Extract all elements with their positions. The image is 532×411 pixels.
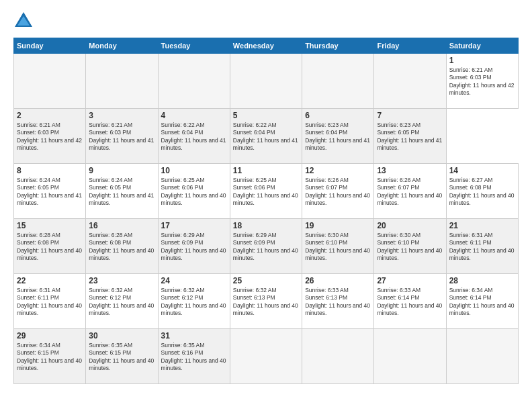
calendar-day-cell: 5Sunrise: 6:22 AMSunset: 6:04 PMDaylight… — [230, 109, 302, 164]
calendar-day-cell: 16Sunrise: 6:28 AMSunset: 6:08 PMDayligh… — [86, 219, 158, 274]
day-number: 15 — [17, 221, 83, 230]
day-info: Sunrise: 6:30 AMSunset: 6:10 PMDaylight:… — [377, 232, 443, 263]
day-number: 28 — [449, 276, 515, 285]
day-number: 21 — [449, 221, 515, 230]
day-number: 31 — [161, 331, 227, 340]
day-info: Sunrise: 6:25 AMSunset: 6:06 PMDaylight:… — [161, 177, 227, 208]
day-number: 22 — [17, 276, 83, 285]
page: SundayMondayTuesdayWednesdayThursdayFrid… — [0, 0, 532, 411]
day-number: 4 — [161, 111, 227, 120]
day-info: Sunrise: 6:32 AMSunset: 6:13 PMDaylight:… — [233, 287, 299, 318]
day-number: 13 — [377, 166, 443, 175]
logo — [13, 11, 36, 31]
empty-day-cell — [446, 329, 518, 384]
empty-day-cell — [158, 54, 230, 109]
empty-day-cell — [374, 329, 446, 384]
calendar-week-row: 8Sunrise: 6:24 AMSunset: 6:05 PMDaylight… — [14, 164, 519, 219]
day-number: 6 — [305, 111, 371, 120]
empty-day-cell — [374, 54, 446, 109]
days-of-week-row: SundayMondayTuesdayWednesdayThursdayFrid… — [14, 38, 519, 54]
day-number: 2 — [17, 111, 83, 120]
day-info: Sunrise: 6:32 AMSunset: 6:12 PMDaylight:… — [89, 287, 154, 318]
day-info: Sunrise: 6:21 AMSunset: 6:03 PMDaylight:… — [89, 122, 154, 152]
empty-day-cell — [230, 54, 302, 109]
day-info: Sunrise: 6:33 AMSunset: 6:13 PMDaylight:… — [305, 287, 371, 318]
day-info: Sunrise: 6:29 AMSunset: 6:09 PMDaylight:… — [233, 232, 299, 263]
day-info: Sunrise: 6:35 AMSunset: 6:15 PMDaylight:… — [89, 342, 154, 373]
day-info: Sunrise: 6:21 AMSunset: 6:03 PMDaylight:… — [449, 66, 515, 97]
day-number: 25 — [233, 276, 299, 285]
day-of-week-header: Monday — [86, 38, 158, 54]
day-of-week-header: Wednesday — [230, 38, 302, 54]
calendar-day-cell: 14Sunrise: 6:27 AMSunset: 6:08 PMDayligh… — [446, 164, 518, 219]
header — [13, 11, 519, 31]
day-info: Sunrise: 6:26 AMSunset: 6:07 PMDaylight:… — [305, 177, 371, 208]
calendar-day-cell: 26Sunrise: 6:33 AMSunset: 6:13 PMDayligh… — [302, 274, 374, 329]
calendar: SundayMondayTuesdayWednesdayThursdayFrid… — [13, 38, 519, 384]
day-number: 5 — [233, 111, 299, 120]
day-number: 9 — [89, 166, 154, 175]
empty-day-cell — [230, 329, 302, 384]
calendar-day-cell: 15Sunrise: 6:28 AMSunset: 6:08 PMDayligh… — [14, 219, 86, 274]
day-number: 23 — [89, 276, 154, 285]
day-info: Sunrise: 6:30 AMSunset: 6:10 PMDaylight:… — [305, 232, 371, 263]
day-info: Sunrise: 6:28 AMSunset: 6:08 PMDaylight:… — [89, 232, 154, 263]
day-info: Sunrise: 6:21 AMSunset: 6:03 PMDaylight:… — [17, 122, 83, 152]
calendar-day-cell: 20Sunrise: 6:30 AMSunset: 6:10 PMDayligh… — [374, 219, 446, 274]
day-number: 19 — [305, 221, 371, 230]
empty-day-cell — [302, 329, 374, 384]
calendar-day-cell: 13Sunrise: 6:26 AMSunset: 6:07 PMDayligh… — [374, 164, 446, 219]
day-info: Sunrise: 6:28 AMSunset: 6:08 PMDaylight:… — [17, 232, 83, 263]
day-number: 27 — [377, 276, 443, 285]
day-number: 29 — [17, 331, 83, 340]
empty-day-cell — [14, 54, 86, 109]
calendar-day-cell: 31Sunrise: 6:35 AMSunset: 6:16 PMDayligh… — [158, 329, 230, 384]
day-info: Sunrise: 6:23 AMSunset: 6:04 PMDaylight:… — [305, 122, 371, 152]
calendar-day-cell: 25Sunrise: 6:32 AMSunset: 6:13 PMDayligh… — [230, 274, 302, 329]
day-info: Sunrise: 6:34 AMSunset: 6:14 PMDaylight:… — [449, 287, 515, 318]
calendar-day-cell: 28Sunrise: 6:34 AMSunset: 6:14 PMDayligh… — [446, 274, 518, 329]
day-number: 14 — [449, 166, 515, 175]
day-info: Sunrise: 6:32 AMSunset: 6:12 PMDaylight:… — [161, 287, 227, 318]
calendar-week-row: 2Sunrise: 6:21 AMSunset: 6:03 PMDaylight… — [14, 109, 519, 164]
day-info: Sunrise: 6:25 AMSunset: 6:06 PMDaylight:… — [233, 177, 299, 208]
calendar-day-cell: 23Sunrise: 6:32 AMSunset: 6:12 PMDayligh… — [86, 274, 158, 329]
day-info: Sunrise: 6:26 AMSunset: 6:07 PMDaylight:… — [377, 177, 443, 208]
day-number: 3 — [89, 111, 154, 120]
day-number: 11 — [233, 166, 299, 175]
calendar-day-cell: 21Sunrise: 6:31 AMSunset: 6:11 PMDayligh… — [446, 219, 518, 274]
calendar-day-cell: 10Sunrise: 6:25 AMSunset: 6:06 PMDayligh… — [158, 164, 230, 219]
day-number: 10 — [161, 166, 227, 175]
calendar-day-cell: 22Sunrise: 6:31 AMSunset: 6:11 PMDayligh… — [14, 274, 86, 329]
calendar-day-cell: 18Sunrise: 6:29 AMSunset: 6:09 PMDayligh… — [230, 219, 302, 274]
calendar-day-cell: 6Sunrise: 6:23 AMSunset: 6:04 PMDaylight… — [302, 109, 374, 164]
logo-icon — [13, 11, 34, 31]
day-info: Sunrise: 6:34 AMSunset: 6:15 PMDaylight:… — [17, 342, 83, 373]
day-info: Sunrise: 6:24 AMSunset: 6:05 PMDaylight:… — [17, 177, 83, 208]
day-of-week-header: Saturday — [446, 38, 518, 54]
empty-day-cell — [86, 54, 158, 109]
calendar-day-cell: 24Sunrise: 6:32 AMSunset: 6:12 PMDayligh… — [158, 274, 230, 329]
calendar-day-cell: 3Sunrise: 6:21 AMSunset: 6:03 PMDaylight… — [86, 109, 158, 164]
day-of-week-header: Thursday — [302, 38, 374, 54]
calendar-day-cell: 27Sunrise: 6:33 AMSunset: 6:14 PMDayligh… — [374, 274, 446, 329]
day-info: Sunrise: 6:31 AMSunset: 6:11 PMDaylight:… — [449, 232, 515, 263]
calendar-week-row: 29Sunrise: 6:34 AMSunset: 6:15 PMDayligh… — [14, 329, 519, 384]
day-info: Sunrise: 6:24 AMSunset: 6:05 PMDaylight:… — [89, 177, 154, 208]
calendar-day-cell: 2Sunrise: 6:21 AMSunset: 6:03 PMDaylight… — [14, 109, 86, 164]
calendar-day-cell: 9Sunrise: 6:24 AMSunset: 6:05 PMDaylight… — [86, 164, 158, 219]
day-info: Sunrise: 6:27 AMSunset: 6:08 PMDaylight:… — [449, 177, 515, 208]
day-number: 16 — [89, 221, 154, 230]
day-info: Sunrise: 6:31 AMSunset: 6:11 PMDaylight:… — [17, 287, 83, 318]
day-number: 1 — [449, 56, 515, 65]
day-number: 18 — [233, 221, 299, 230]
day-number: 24 — [161, 276, 227, 285]
day-info: Sunrise: 6:22 AMSunset: 6:04 PMDaylight:… — [233, 122, 299, 152]
day-info: Sunrise: 6:33 AMSunset: 6:14 PMDaylight:… — [377, 287, 443, 318]
calendar-body: 1Sunrise: 6:21 AMSunset: 6:03 PMDaylight… — [14, 54, 519, 384]
calendar-day-cell: 30Sunrise: 6:35 AMSunset: 6:15 PMDayligh… — [86, 329, 158, 384]
calendar-day-cell: 11Sunrise: 6:25 AMSunset: 6:06 PMDayligh… — [230, 164, 302, 219]
calendar-week-row: 1Sunrise: 6:21 AMSunset: 6:03 PMDaylight… — [14, 54, 519, 109]
calendar-week-row: 15Sunrise: 6:28 AMSunset: 6:08 PMDayligh… — [14, 219, 519, 274]
calendar-day-cell: 17Sunrise: 6:29 AMSunset: 6:09 PMDayligh… — [158, 219, 230, 274]
